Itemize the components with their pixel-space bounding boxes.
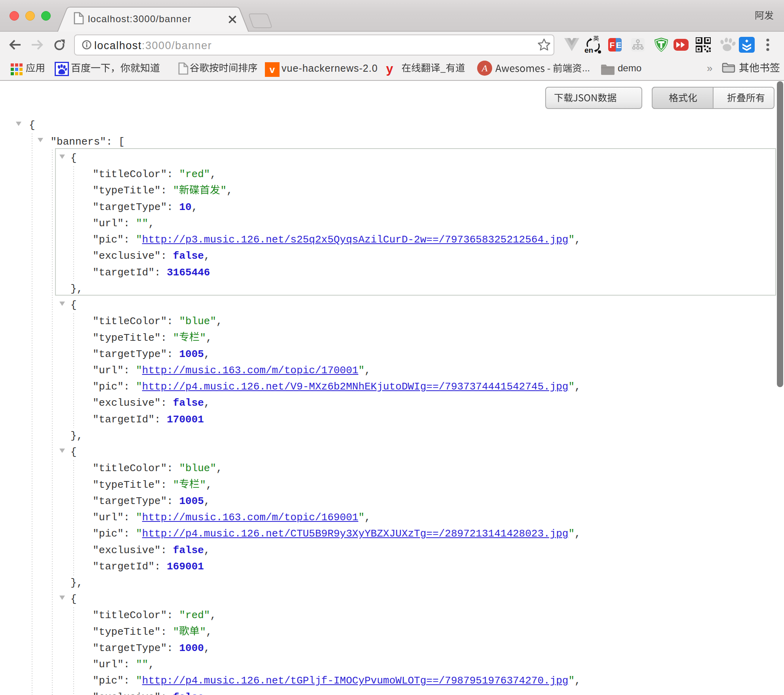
svg-text:F: F [610,40,615,50]
svg-text:y: y [386,63,393,76]
svg-text:v: v [270,64,275,75]
svg-text:A: A [481,63,488,73]
svg-text:E: E [616,40,621,50]
